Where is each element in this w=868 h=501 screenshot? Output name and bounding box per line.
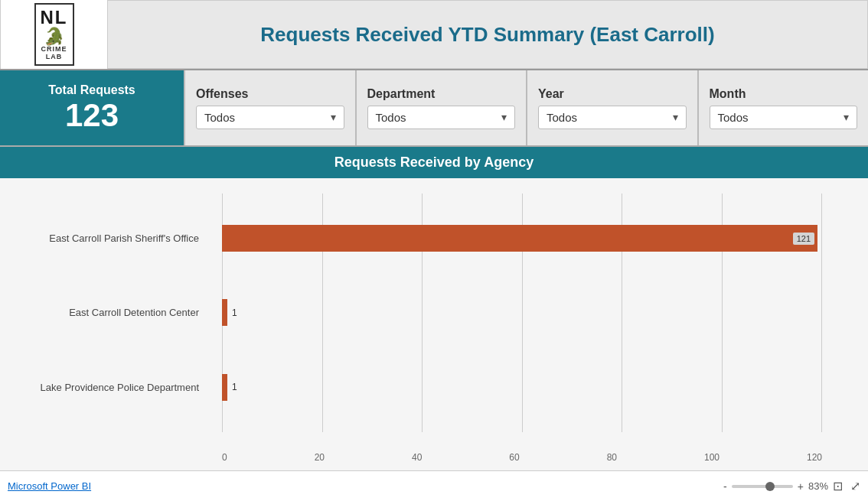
bar-label-2: East Carroll Detention Center — [0, 307, 207, 318]
bottom-icons: ⊡ ⤢ — [833, 479, 860, 493]
offenses-arrow-icon: ▾ — [331, 111, 336, 123]
bar-row-3: Lake Providence Police Department 1 — [222, 366, 822, 408]
zoom-level: 83% — [808, 480, 828, 492]
fullscreen-icon[interactable]: ⤢ — [850, 479, 860, 493]
x-label-120: 120 — [807, 452, 822, 463]
filter-bar: Total Requests 123 Offenses Todos ▾ Depa… — [0, 69, 868, 145]
x-label-80: 80 — [607, 452, 617, 463]
bar-track-3: 1 — [222, 374, 822, 401]
department-value: Todos — [376, 111, 406, 124]
zoom-minus-button[interactable]: - — [723, 480, 727, 493]
title-area: Requests Received YTD Summary (East Carr… — [108, 23, 867, 47]
department-arrow-icon: ▾ — [501, 111, 507, 123]
fit-page-icon[interactable]: ⊡ — [833, 479, 843, 493]
x-label-0: 0 — [222, 452, 227, 463]
bar-track-1: 121 — [222, 225, 822, 252]
year-value: Todos — [547, 111, 577, 124]
filter-year: Year Todos ▾ — [526, 70, 697, 145]
year-dropdown[interactable]: Todos ▾ — [538, 106, 687, 129]
bar-value-2: 1 — [232, 307, 237, 318]
bar-row-1: East Carroll Parish Sheriff's Office 121 — [222, 217, 822, 259]
chart-body: East Carroll Parish Sheriff's Office 121… — [0, 178, 868, 470]
department-label: Department — [367, 87, 516, 101]
x-label-20: 20 — [315, 452, 325, 463]
bar-fill-1: 121 — [222, 225, 817, 252]
month-label: Month — [710, 87, 858, 101]
department-dropdown[interactable]: Todos ▾ — [367, 106, 516, 129]
year-arrow-icon: ▾ — [673, 111, 678, 123]
chart-section: Requests Received by Agency East Carroll… — [0, 145, 868, 470]
offenses-label: Offenses — [196, 87, 344, 101]
x-axis: 0 20 40 60 80 100 120 — [222, 452, 822, 463]
logo: NL 🐊 CRIMELAB — [34, 3, 74, 66]
bottom-bar: Microsoft Power BI - + 83% ⊡ ⤢ — [0, 470, 868, 501]
bars-container: East Carroll Parish Sheriff's Office 121… — [0, 194, 868, 432]
powerbi-link[interactable]: Microsoft Power BI — [8, 480, 91, 492]
total-requests-value: 123 — [65, 98, 119, 133]
logo-crime: CRIMELAB — [41, 46, 68, 61]
bar-label-1: East Carroll Parish Sheriff's Office — [0, 233, 207, 244]
month-arrow-icon: ▾ — [844, 111, 849, 123]
month-dropdown[interactable]: Todos ▾ — [710, 106, 858, 129]
bar-value-3: 1 — [232, 382, 237, 392]
total-requests-box: Total Requests 123 — [0, 70, 184, 145]
bar-label-3: Lake Providence Police Department — [0, 382, 207, 393]
bar-row-2: East Carroll Detention Center 1 — [222, 291, 822, 333]
page-title: Requests Received YTD Summary (East Carr… — [108, 23, 867, 47]
filter-offenses: Offenses Todos ▾ — [184, 70, 355, 145]
filter-month: Month Todos ▾ — [697, 70, 869, 145]
bar-fill-2 — [222, 299, 227, 326]
logo-box: NL 🐊 CRIMELAB — [1, 0, 108, 69]
year-label: Year — [538, 87, 687, 101]
logo-nl: NL — [41, 8, 68, 28]
zoom-slider-track[interactable] — [732, 485, 793, 488]
month-value: Todos — [718, 111, 749, 124]
chart-title: Requests Received by Agency — [0, 147, 868, 178]
x-label-60: 60 — [509, 452, 519, 463]
zoom-plus-button[interactable]: + — [798, 480, 804, 493]
offenses-value: Todos — [204, 111, 235, 124]
zoom-controls: - + 83% ⊡ ⤢ — [723, 479, 860, 493]
x-label-40: 40 — [412, 452, 422, 463]
total-requests-label: Total Requests — [48, 83, 135, 97]
header: NL 🐊 CRIMELAB Requests Received YTD Summ… — [0, 0, 868, 69]
offenses-dropdown[interactable]: Todos ▾ — [196, 106, 344, 129]
x-label-100: 100 — [704, 452, 720, 463]
bar-fill-3 — [222, 374, 227, 401]
bar-badge-1: 121 — [793, 233, 814, 245]
bar-track-2: 1 — [222, 299, 822, 326]
logo-state-icon: 🐊 — [41, 28, 68, 46]
zoom-slider-thumb[interactable] — [765, 482, 775, 491]
filter-department: Department Todos ▾ — [355, 70, 527, 145]
